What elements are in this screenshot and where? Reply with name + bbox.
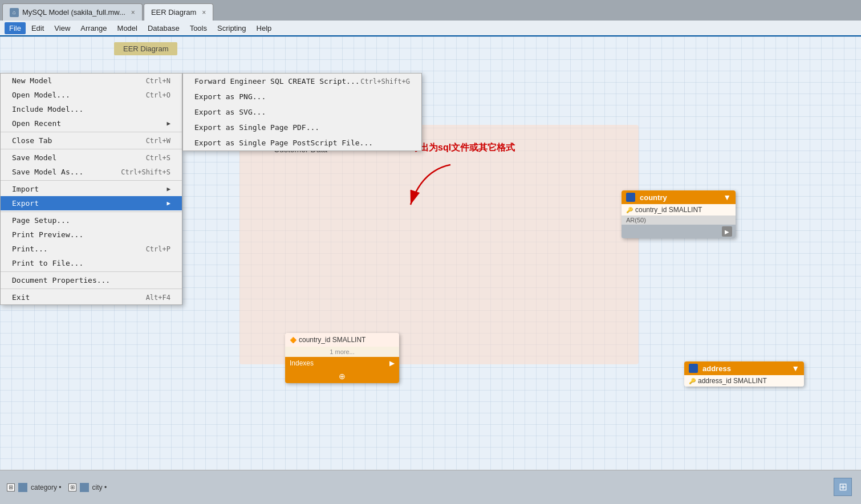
- tab-mysql-model-label: MySQL Model (sakila_full.mw...: [22, 8, 125, 17]
- tab-eer-diagram[interactable]: EER Diagram ×: [144, 3, 213, 21]
- menu-forward-engineer[interactable]: Forward Engineer SQL CREATE Script... Ct…: [183, 74, 421, 89]
- export-label: Export: [12, 199, 39, 208]
- address-table-row-1: 🔑 address_id SMALLINT: [684, 375, 804, 387]
- menu-export-single-ps[interactable]: Export as Single Page PostScript File...: [183, 135, 421, 151]
- table-plus-icon: ⊕: [339, 372, 346, 381]
- expand-category-icon[interactable]: ⊞: [7, 483, 15, 491]
- category-label: category •: [31, 483, 62, 491]
- menu-import[interactable]: Import ▶: [1, 182, 182, 196]
- country-table-header: country ▼: [622, 190, 736, 204]
- bottom-item-category: ⊞ category •: [7, 483, 62, 492]
- export-svg-label: Export as SVG...: [194, 108, 266, 116]
- menu-exit[interactable]: Exit Alt+F4: [1, 290, 182, 304]
- forward-engineer-label: Forward Engineer SQL CREATE Script...: [194, 77, 360, 86]
- document-properties-label: Document Properties...: [12, 276, 110, 284]
- key-icon-address: 🔑: [689, 378, 696, 384]
- save-model-as-label: Save Model As...: [12, 168, 83, 176]
- country-id-table-row-1: 🔶 country_id SMALLINT: [285, 333, 399, 347]
- bottom-item-city: ⊞ city •: [68, 483, 107, 492]
- menu-print-to-file[interactable]: Print to File...: [1, 256, 182, 270]
- menu-export-svg[interactable]: Export as SVG...: [183, 104, 421, 120]
- menu-open-model[interactable]: Open Model... Ctrl+O: [1, 88, 182, 102]
- indexes-arrow[interactable]: ▶: [389, 359, 395, 367]
- sep-1: [1, 132, 182, 132]
- main-content: EER Diagram 🐬 Customer Data 导出为sql文件或其它格…: [0, 36, 861, 504]
- save-model-shortcut: Ctrl+S: [146, 154, 170, 162]
- address-table-icon: [689, 364, 698, 373]
- sep-2: [1, 149, 182, 149]
- open-model-label: Open Model...: [12, 91, 70, 99]
- home-icon: ⌂: [10, 8, 19, 17]
- menu-file[interactable]: File: [5, 22, 26, 34]
- menu-bar: File Edit View Arrange Model Database To…: [0, 21, 861, 36]
- tab-eer-diagram-label: EER Diagram: [151, 8, 196, 17]
- close-tab-label: Close Tab: [12, 136, 52, 145]
- tab-mysql-model-close[interactable]: ×: [131, 9, 135, 17]
- indexes-label: Indexes: [290, 359, 314, 367]
- annotation-text: 导出为sql文件或其它格式: [411, 142, 515, 154]
- menu-tools[interactable]: Tools: [185, 22, 212, 34]
- menu-page-setup[interactable]: Page Setup...: [1, 213, 182, 227]
- country-play-row: ▶: [622, 225, 736, 238]
- address-id-label: address_id SMALLINT: [698, 377, 767, 385]
- menu-export-single-pdf[interactable]: Export as Single Page PDF...: [183, 120, 421, 135]
- country-id-table: 🔶 country_id SMALLINT 1 more... Indexes …: [285, 333, 399, 383]
- eer-diagram-label: EER Diagram: [114, 42, 177, 55]
- menu-save-model[interactable]: Save Model Ctrl+S: [1, 151, 182, 165]
- address-table-arrow[interactable]: ▼: [791, 364, 799, 373]
- print-to-file-label: Print to File...: [12, 259, 83, 267]
- menu-arrange[interactable]: Arrange: [76, 22, 111, 34]
- print-preview-label: Print Preview...: [12, 230, 83, 239]
- save-model-as-shortcut: Ctrl+Shift+S: [121, 168, 170, 176]
- open-recent-label: Open Recent: [12, 119, 61, 128]
- menu-open-recent[interactable]: Open Recent ▶: [1, 116, 182, 131]
- menu-view[interactable]: View: [50, 22, 75, 34]
- tab-mysql-model[interactable]: ⌂ MySQL Model (sakila_full.mw... ×: [2, 3, 143, 21]
- bottom-panel: ⊞ category • ⊞ city • ⊞: [0, 470, 861, 504]
- open-model-shortcut: Ctrl+O: [146, 91, 170, 99]
- print-shortcut: Ctrl+P: [146, 245, 170, 253]
- country-id-field-label: country_id SMALLINT: [299, 336, 365, 344]
- export-png-label: Export as PNG...: [194, 92, 266, 101]
- menu-export-png[interactable]: Export as PNG...: [183, 89, 421, 104]
- menu-include-model[interactable]: Include Model...: [1, 102, 182, 116]
- menu-scripting[interactable]: Scripting: [213, 22, 251, 34]
- expand-city-icon[interactable]: ⊞: [68, 483, 76, 491]
- menu-document-properties[interactable]: Document Properties...: [1, 273, 182, 287]
- save-model-label: Save Model: [12, 153, 56, 162]
- open-recent-arrow: ▶: [166, 120, 170, 127]
- exit-label: Exit: [12, 293, 30, 302]
- export-submenu: Forward Engineer SQL CREATE Script... Ct…: [182, 73, 422, 151]
- menu-database[interactable]: Database: [143, 22, 184, 34]
- export-single-ps-label: Export as Single Page PostScript File...: [194, 139, 373, 147]
- close-tab-shortcut: Ctrl+W: [146, 137, 170, 145]
- menu-model[interactable]: Model: [113, 22, 142, 34]
- page-setup-label: Page Setup...: [12, 216, 70, 225]
- menu-new-model[interactable]: New Model Ctrl+N: [1, 74, 182, 88]
- menu-save-model-as[interactable]: Save Model As... Ctrl+Shift+S: [1, 165, 182, 179]
- country-play-btn[interactable]: ▶: [722, 226, 732, 237]
- include-model-label: Include Model...: [12, 105, 83, 113]
- menu-print[interactable]: Print... Ctrl+P: [1, 242, 182, 256]
- address-table-name: address: [702, 364, 731, 373]
- export-arrow: ▶: [166, 200, 170, 207]
- menu-print-preview[interactable]: Print Preview...: [1, 227, 182, 242]
- menu-edit[interactable]: Edit: [27, 22, 48, 34]
- tab-eer-diagram-close[interactable]: ×: [202, 9, 206, 17]
- pg-icon[interactable]: ⊞: [834, 478, 852, 496]
- country-table-name: country: [640, 193, 667, 202]
- country-table-row-2: AR(50): [622, 216, 736, 225]
- sep-5: [1, 271, 182, 272]
- menu-export[interactable]: Export ▶: [1, 196, 182, 210]
- import-arrow: ▶: [166, 185, 170, 193]
- country-table-row-1: 🔑 country_id SMALLINT: [622, 204, 736, 216]
- export-single-pdf-label: Export as Single Page PDF...: [194, 123, 319, 132]
- country-ar-label: AR(50): [626, 217, 646, 223]
- exit-shortcut: Alt+F4: [146, 294, 170, 302]
- tab-bar: ⌂ MySQL Model (sakila_full.mw... × EER D…: [0, 0, 861, 21]
- indexes-row: Indexes ▶: [285, 357, 399, 369]
- menu-help[interactable]: Help: [252, 22, 277, 34]
- country-table-arrow[interactable]: ▼: [723, 193, 731, 202]
- city-table-icon: [80, 483, 89, 492]
- menu-close-tab[interactable]: Close Tab Ctrl+W: [1, 133, 182, 148]
